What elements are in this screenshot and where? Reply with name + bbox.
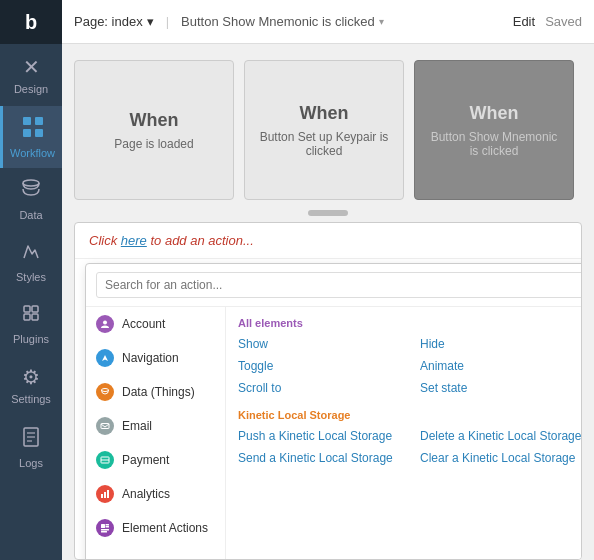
account-icon xyxy=(96,315,114,333)
svg-rect-19 xyxy=(104,492,106,498)
action-toggle[interactable]: Toggle xyxy=(238,357,400,375)
sidebar-item-data-label: Data xyxy=(19,209,42,221)
page-chevron[interactable]: ▾ xyxy=(147,14,154,29)
category-payment-label: Payment xyxy=(122,453,169,467)
action-push-kinetic[interactable]: Push a Kinetic Local Storage xyxy=(238,427,400,445)
workflow-icon xyxy=(22,116,44,143)
action-set-state[interactable]: Set state xyxy=(420,379,582,397)
svg-point-14 xyxy=(102,389,109,392)
svg-rect-6 xyxy=(32,306,38,312)
action-area: Click here to add an action... Account xyxy=(74,222,582,560)
svg-point-4 xyxy=(23,180,39,186)
category-analytics-label: Analytics xyxy=(122,487,170,501)
add-text: to add an action... xyxy=(150,233,253,248)
trigger-chevron: ▾ xyxy=(379,16,384,27)
payment-icon xyxy=(96,451,114,469)
sidebar-item-workflow[interactable]: Workflow xyxy=(0,106,62,168)
when-card-3-title: When xyxy=(470,103,519,124)
action-header[interactable]: Click here to add an action... xyxy=(75,223,581,259)
category-payment[interactable]: Payment xyxy=(86,443,225,477)
sidebar-item-plugins[interactable]: Plugins xyxy=(0,292,62,354)
kinetic-storage-title: Kinetic Local Storage xyxy=(238,409,582,421)
when-card-1-title: When xyxy=(130,110,179,131)
svg-rect-15 xyxy=(101,424,109,429)
category-account[interactable]: Account xyxy=(86,307,225,341)
data-icon xyxy=(20,178,42,205)
edit-button[interactable]: Edit xyxy=(513,14,535,29)
svg-rect-22 xyxy=(106,524,110,526)
panel-body: Account Navigation Data (Things) xyxy=(86,307,582,560)
svg-rect-1 xyxy=(35,117,43,125)
when-card-1[interactable]: When Page is loaded xyxy=(74,60,234,200)
svg-rect-2 xyxy=(23,129,31,137)
sidebar-item-design[interactable]: ✕ Design xyxy=(0,44,62,106)
svg-rect-3 xyxy=(35,129,43,137)
sidebar-item-logs[interactable]: Logs xyxy=(0,416,62,478)
main-content: Page: index ▾ | Button Show Mnemonic is … xyxy=(62,0,594,560)
kinetic-storage-grid: Push a Kinetic Local Storage Delete a Ki… xyxy=(238,427,582,467)
svg-rect-25 xyxy=(101,531,107,533)
svg-rect-24 xyxy=(101,529,109,531)
right-actions-panel: All elements Show Hide Toggle Animate Sc… xyxy=(226,307,582,560)
category-navigation[interactable]: Navigation xyxy=(86,341,225,375)
category-data[interactable]: Data (Things) xyxy=(86,375,225,409)
action-send-kinetic[interactable]: Send a Kinetic Local Storage xyxy=(238,449,400,467)
sidebar-item-design-label: Design xyxy=(14,83,48,95)
analytics-icon xyxy=(96,485,114,503)
element-actions-icon xyxy=(96,519,114,537)
category-analytics[interactable]: Analytics xyxy=(86,477,225,511)
svg-rect-20 xyxy=(107,490,109,498)
when-card-2[interactable]: When Button Set up Keypair is clicked xyxy=(244,60,404,200)
design-icon: ✕ xyxy=(23,55,40,79)
click-text: Click xyxy=(89,233,117,248)
category-element-actions-label: Element Actions xyxy=(122,521,208,535)
email-icon xyxy=(96,417,114,435)
sidebar: b ✕ Design Workflow Data xyxy=(0,0,62,560)
action-scroll-to[interactable]: Scroll to xyxy=(238,379,400,397)
sidebar-item-data[interactable]: Data xyxy=(0,168,62,230)
sidebar-item-workflow-label: Workflow xyxy=(10,147,55,159)
svg-rect-5 xyxy=(24,306,30,312)
sidebar-item-settings[interactable]: ⚙ Settings xyxy=(0,354,62,416)
action-show[interactable]: Show xyxy=(238,335,400,353)
action-dropdown: Account Navigation Data (Things) xyxy=(85,263,582,560)
svg-rect-0 xyxy=(23,117,31,125)
page-label: Page: index ▾ xyxy=(74,14,154,29)
plugins-icon xyxy=(20,302,42,329)
trigger-label: Button Show Mnemonic is clicked xyxy=(181,14,375,29)
svg-rect-21 xyxy=(101,524,105,528)
when-cards-area: When Page is loaded When Button Set up K… xyxy=(62,44,594,208)
sidebar-item-plugins-label: Plugins xyxy=(13,333,49,345)
logs-icon xyxy=(22,426,40,453)
data-things-icon xyxy=(96,383,114,401)
svg-rect-18 xyxy=(101,494,103,498)
scroll-indicator xyxy=(308,210,348,216)
when-card-2-subtitle: Button Set up Keypair is clicked xyxy=(255,130,393,158)
left-category-list: Account Navigation Data (Things) xyxy=(86,307,226,560)
trigger-selector[interactable]: Button Show Mnemonic is clicked ▾ xyxy=(181,14,505,29)
topbar-divider: | xyxy=(166,14,169,29)
action-delete-kinetic[interactable]: Delete a Kinetic Local Storage xyxy=(420,427,582,445)
page-name: Page: index xyxy=(74,14,143,29)
app-logo: b xyxy=(0,0,62,44)
action-hide[interactable]: Hide xyxy=(420,335,582,353)
sidebar-item-styles[interactable]: Styles xyxy=(0,230,62,292)
category-email[interactable]: Email xyxy=(86,409,225,443)
svg-rect-7 xyxy=(24,314,30,320)
category-element-actions[interactable]: Element Actions xyxy=(86,511,225,545)
category-navigation-label: Navigation xyxy=(122,351,179,365)
category-account-label: Account xyxy=(122,317,165,331)
topbar: Page: index ▾ | Button Show Mnemonic is … xyxy=(62,0,594,44)
here-link[interactable]: here xyxy=(121,233,147,248)
action-clear-kinetic[interactable]: Clear a Kinetic Local Storage xyxy=(420,449,582,467)
topbar-actions: Edit Saved xyxy=(513,14,582,29)
action-animate[interactable]: Animate xyxy=(420,357,582,375)
category-email-label: Email xyxy=(122,419,152,433)
when-card-3[interactable]: When Button Show Mnemonic is clicked xyxy=(414,60,574,200)
all-elements-grid: Show Hide Toggle Animate Scroll to Set s… xyxy=(238,335,582,397)
settings-icon: ⚙ xyxy=(22,365,40,389)
styles-icon xyxy=(20,240,42,267)
navigation-icon xyxy=(96,349,114,367)
search-box xyxy=(86,264,582,307)
search-input[interactable] xyxy=(96,272,582,298)
